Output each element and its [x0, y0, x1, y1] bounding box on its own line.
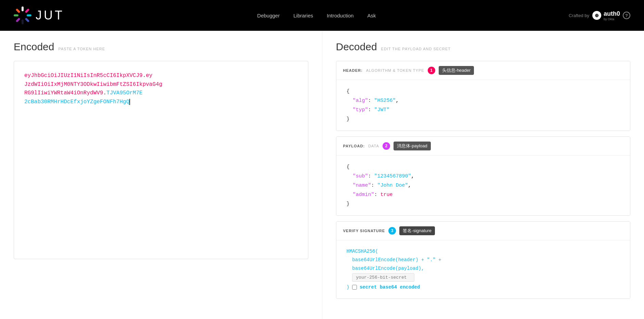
- decoded-subtitle: EDIT THE PAYLOAD AND SECRET: [381, 47, 451, 51]
- encoded-title-row: Encoded PASTE A TOKEN HERE: [14, 41, 308, 54]
- secret-input[interactable]: [352, 273, 414, 282]
- jwt-logo-icon: [14, 6, 31, 24]
- checkbox-row: ) secret base64 encoded: [347, 283, 620, 292]
- svg-rect-5: [15, 17, 20, 22]
- secret-label: secret base64 encoded: [360, 283, 420, 292]
- payload-tag[interactable]: 消息体-payload: [394, 142, 431, 150]
- nav-libraries[interactable]: Libraries: [293, 13, 313, 18]
- verify-line1: base64UrlEncode(header) + "." +: [352, 257, 441, 263]
- payload-section: PAYLOAD: DATA 2 消息体-payload { "sub": "12…: [336, 136, 631, 216]
- decoded-panel: Decoded EDIT THE PAYLOAD AND SECRET HEAD…: [322, 31, 644, 319]
- verify-line2: base64UrlEncode(payload),: [352, 266, 424, 271]
- header-section-body: { "alg": "HS256", "typ": "JWT" }: [336, 80, 630, 131]
- auth0-logo: ⊕ auth0 by Okta: [592, 10, 620, 21]
- svg-text:⊕: ⊕: [595, 13, 599, 18]
- header-sublabel: ALGORITHM & TOKEN TYPE: [366, 68, 424, 72]
- encoded-token-box[interactable]: eyJhbGciOiJIUzI1NiIsInR5cCI6IkpXVCJ9.eyJ…: [14, 61, 308, 259]
- decoded-title: Decoded: [336, 41, 377, 53]
- payload-section-body: { "sub": "1234567890", "name": "John Doe…: [336, 156, 630, 215]
- verify-badge: 3: [388, 227, 396, 235]
- auth0-okta-label: by Okta: [604, 17, 620, 21]
- encoded-subtitle: PASTE A TOKEN HERE: [58, 47, 105, 51]
- nav-introduction[interactable]: Introduction: [327, 13, 353, 18]
- crafted-by-label: Crafted by: [569, 13, 589, 18]
- close-paren: ): [347, 283, 349, 292]
- header-section: HEADER: ALGORITHM & TOKEN TYPE 1 头信息-hea…: [336, 61, 631, 131]
- encoded-panel: Encoded PASTE A TOKEN HERE eyJhbGciOiJIU…: [0, 31, 322, 319]
- svg-rect-1: [25, 8, 29, 13]
- nav-ask[interactable]: Ask: [367, 13, 376, 18]
- verify-tag[interactable]: 签名-signature: [399, 226, 435, 235]
- main-content: Encoded PASTE A TOKEN HERE eyJhbGciOiJIU…: [0, 31, 644, 319]
- verify-section-body: HMACSHA256( base64UrlEncode(header) + ".…: [336, 240, 630, 298]
- payload-label: PAYLOAD:: [343, 144, 365, 148]
- logo-area: JUT: [14, 6, 64, 24]
- auth0-text: auth0: [604, 10, 620, 17]
- svg-rect-2: [27, 14, 31, 16]
- logo-text: JUT: [36, 8, 64, 23]
- svg-rect-3: [25, 17, 29, 22]
- main-nav: Debugger Libraries Introduction Ask: [257, 13, 376, 18]
- auth0-logo-icon: ⊕: [592, 11, 602, 20]
- svg-rect-6: [14, 14, 18, 16]
- svg-rect-0: [22, 6, 24, 11]
- nav-debugger[interactable]: Debugger: [257, 13, 280, 18]
- svg-rect-7: [15, 8, 20, 13]
- header-tag[interactable]: 头信息-header: [439, 66, 474, 75]
- payload-section-header: PAYLOAD: DATA 2 消息体-payload: [336, 137, 630, 156]
- header: JUT Debugger Libraries Introduction Ask …: [0, 0, 644, 31]
- verify-label: VERIFY SIGNATURE: [343, 229, 385, 233]
- header-badge: 1: [428, 67, 435, 74]
- verify-section: VERIFY SIGNATURE 3 签名-signature HMACSHA2…: [336, 221, 631, 299]
- help-icon[interactable]: ?: [623, 12, 630, 19]
- encoded-title: Encoded: [14, 41, 54, 53]
- header-label: HEADER:: [343, 68, 363, 72]
- header-right: Crafted by ⊕ auth0 by Okta ?: [569, 10, 630, 21]
- payload-sublabel: DATA: [368, 144, 379, 148]
- hmac-func: HMACSHA256(: [347, 249, 378, 254]
- decoded-title-row: Decoded EDIT THE PAYLOAD AND SECRET: [336, 41, 631, 54]
- payload-badge: 2: [383, 142, 390, 150]
- base64-checkbox[interactable]: [352, 285, 357, 290]
- svg-rect-4: [22, 19, 24, 24]
- header-section-header: HEADER: ALGORITHM & TOKEN TYPE 1 头信息-hea…: [336, 61, 630, 80]
- verify-section-header: VERIFY SIGNATURE 3 签名-signature: [336, 222, 630, 240]
